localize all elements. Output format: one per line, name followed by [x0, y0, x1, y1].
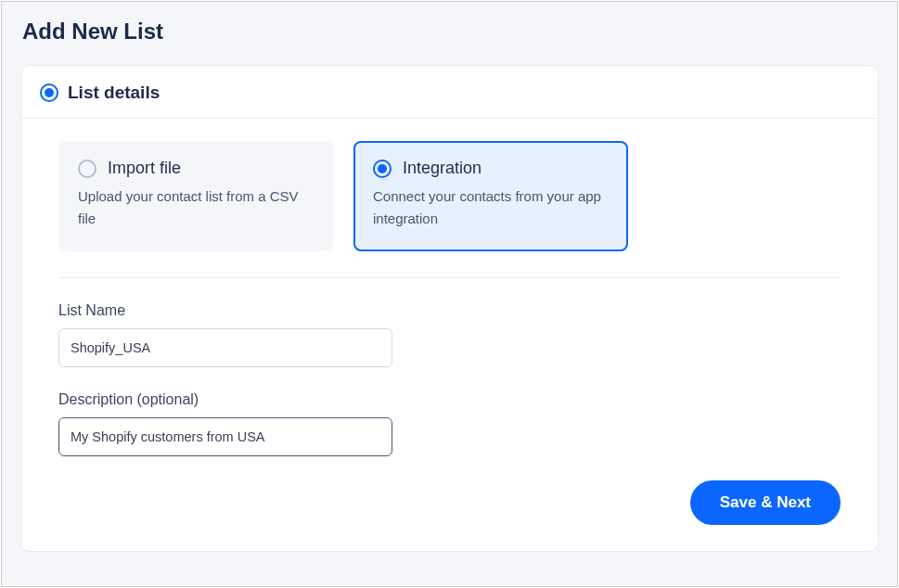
- option-integration-title: Integration: [403, 159, 482, 178]
- option-import-file[interactable]: Import file Upload your contact list fro…: [58, 141, 333, 251]
- list-name-input[interactable]: [58, 328, 392, 367]
- section-radio-icon: [40, 83, 58, 102]
- list-name-label: List Name: [58, 302, 841, 319]
- list-name-field-group: List Name: [58, 302, 841, 367]
- option-import-desc: Upload your contact list from a CSV file: [78, 185, 314, 230]
- description-label: Description (optional): [58, 391, 841, 408]
- actions-row: Save & Next: [58, 480, 841, 525]
- card-header: List details: [21, 66, 878, 119]
- radio-icon-selected: [373, 160, 392, 178]
- page-title: Add New List: [22, 19, 879, 45]
- option-integration[interactable]: Integration Connect your contacts from y…: [353, 141, 628, 251]
- option-import-title: Import file: [108, 159, 181, 178]
- radio-icon-unselected: [78, 160, 96, 178]
- source-option-row: Import file Upload your contact list fro…: [58, 141, 841, 251]
- divider: [58, 277, 841, 278]
- list-details-card: List details Import file Upload your con…: [20, 65, 879, 552]
- app-frame: Add New List List details Import file Up…: [1, 1, 898, 587]
- card-header-title: List details: [68, 83, 160, 103]
- description-field-group: Description (optional): [58, 391, 841, 456]
- save-next-button[interactable]: Save & Next: [690, 480, 841, 525]
- description-input[interactable]: [58, 417, 392, 456]
- card-body: Import file Upload your contact list fro…: [21, 119, 878, 551]
- option-integration-desc: Connect your contacts from your app inte…: [373, 185, 609, 230]
